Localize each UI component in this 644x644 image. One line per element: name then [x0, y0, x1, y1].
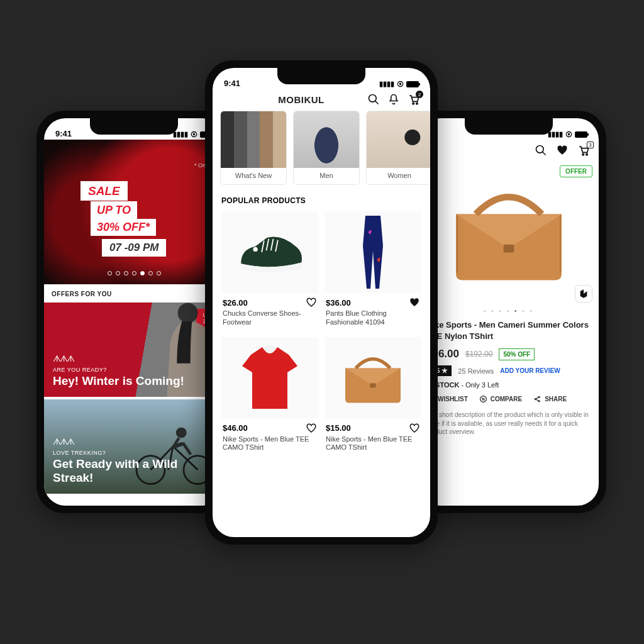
status-icons: ▮▮▮▮ ⦿	[548, 130, 587, 138]
product-price: $15.00	[326, 423, 351, 433]
cart-icon[interactable]: 3	[577, 144, 590, 157]
svg-point-4	[416, 103, 418, 104]
category-label: Women	[367, 168, 430, 184]
product-image	[221, 337, 318, 419]
wishlist-icon[interactable]	[556, 144, 569, 157]
product-body: Nike Sports - Men Cameri Summer Colors T…	[419, 319, 599, 436]
product-grid: $26.00 Chucks Converse Shoes-Footwear	[213, 211, 430, 458]
category-image	[294, 111, 359, 168]
wishlist-icon[interactable]	[409, 297, 420, 308]
search-icon[interactable]	[367, 93, 380, 106]
product-name: Nike Sports - Men Blue TEE CAMO TShirt	[325, 434, 421, 459]
offer-card-winter[interactable]: UP 20% O ᗑᗑᗑ ARE YOU READY? Hey! Winter …	[44, 303, 224, 397]
product-description: The short description of the product whi…	[426, 411, 591, 436]
share-button[interactable]: SHARE	[533, 395, 567, 403]
offers-section-title: OFFERS FOR YOU	[44, 284, 224, 303]
top-bar: ← 3	[419, 140, 599, 162]
product-card[interactable]: $15.00 Nike Sports - Men Blue TEE CAMO T…	[325, 337, 421, 459]
review-count[interactable]: 25 Reviews	[458, 367, 494, 375]
screen-left: 9:41 ▮▮▮▮ ⦿ * Only on SALE UP TO 30% OFF…	[44, 118, 224, 506]
phone-center: 9:41 ▮▮▮▮ ⦿ MOBIKUL 2 Wha	[205, 60, 438, 545]
svg-point-13	[538, 396, 540, 397]
product-price: $26.00	[223, 298, 248, 308]
category-label: What's New	[221, 168, 286, 184]
ar-view-button[interactable]	[575, 285, 592, 303]
phone-left: 9:41 ▮▮▮▮ ⦿ * Only on SALE UP TO 30% OFF…	[36, 111, 231, 513]
hero-upto: UP TO	[91, 201, 137, 219]
screen-center: 9:41 ▮▮▮▮ ⦿ MOBIKUL 2 Wha	[213, 68, 430, 537]
category-row[interactable]: What's New Men Women	[213, 111, 430, 185]
svg-point-11	[480, 396, 486, 402]
offer-badge: OFFER	[560, 165, 592, 177]
status-time: 9:41	[224, 79, 240, 88]
svg-rect-10	[504, 245, 514, 253]
cart-icon[interactable]: 2	[408, 93, 420, 106]
category-whats-new[interactable]: What's New	[220, 111, 287, 185]
hero-banner[interactable]: * Only on SALE UP TO 30% OFF* 07 -09 PM	[44, 140, 224, 284]
cart-badge: 3	[587, 142, 594, 148]
discount-badge: 50% OFF	[499, 348, 535, 360]
category-label: Men	[294, 168, 359, 184]
top-bar: MOBIKUL 2	[213, 89, 430, 111]
svg-point-5	[253, 247, 257, 252]
product-image	[221, 211, 318, 293]
notifications-icon[interactable]	[387, 93, 400, 106]
wifi-icon: ⦿	[191, 131, 197, 138]
category-women[interactable]: Women	[366, 111, 430, 185]
add-review-link[interactable]: ADD YOUR REVIEW	[500, 367, 560, 374]
wishlist-icon[interactable]	[306, 297, 317, 308]
product-actions: WISHLIST COMPARE SHARE	[426, 395, 591, 403]
wifi-icon: ⦿	[397, 80, 404, 88]
battery-icon	[575, 131, 587, 138]
image-pager-dots[interactable]: • • • • • • •	[419, 306, 599, 319]
offer-card-trek[interactable]: ᗑᗑᗑ LOVE TREKKING? Get Ready with a Wild…	[44, 399, 224, 494]
popular-section-title: POPULAR PRODUCTS	[213, 185, 430, 211]
carousel-dots[interactable]	[44, 267, 224, 278]
product-name: Chucks Converse Shoes-Footwear	[221, 308, 318, 333]
compare-label: COMPARE	[491, 396, 522, 402]
svg-point-12	[535, 399, 536, 400]
category-image	[367, 111, 430, 168]
pants-icon	[354, 214, 392, 290]
category-image	[221, 111, 286, 168]
product-name: Nike Sports - Men Blue TEE CAMO TShirt	[221, 434, 318, 459]
hero-sale: SALE	[80, 181, 128, 201]
phone-right: 9:41 ▮▮▮▮ ⦿ ← 3 OFFER	[411, 111, 606, 513]
product-image	[325, 211, 421, 293]
tshirt-icon	[238, 343, 301, 413]
hero-time: 07 -09 PM	[102, 239, 166, 257]
product-name: Pants Blue Clothing Fashionable 41094	[325, 308, 421, 333]
notch	[277, 68, 365, 84]
offer-ornament: ᗑᗑᗑ	[53, 436, 188, 447]
offer-title: Get Ready with a Wild Streak!	[53, 457, 188, 485]
compare-button[interactable]: COMPARE	[479, 395, 522, 403]
product-hero-image[interactable]: OFFER	[419, 162, 599, 306]
bag-illustration	[443, 180, 575, 287]
product-card[interactable]: $26.00 Chucks Converse Shoes-Footwear	[221, 211, 318, 333]
svg-point-8	[582, 153, 584, 155]
screen-right: 9:41 ▮▮▮▮ ⦿ ← 3 OFFER	[419, 118, 599, 506]
signal-icon: ▮▮▮▮	[379, 80, 394, 88]
price-original: $192.00	[465, 350, 492, 358]
product-card[interactable]: $46.00 Nike Sports - Men Blue TEE CAMO T…	[221, 337, 318, 459]
category-men[interactable]: Men	[293, 111, 360, 185]
product-image	[325, 337, 421, 419]
wishlist-icon[interactable]	[409, 423, 420, 434]
offer-subtitle: ARE YOU READY?	[53, 367, 184, 373]
stock-tail: - Only 3 Left	[459, 381, 499, 389]
wifi-icon: ⦿	[565, 131, 572, 138]
notch	[90, 118, 178, 135]
svg-rect-6	[370, 383, 375, 387]
cart-badge: 2	[416, 91, 423, 98]
wishlist-icon[interactable]	[306, 423, 317, 434]
stock-status: IN STOCK - Only 3 Left	[426, 381, 591, 389]
hero-off: 30% OFF*	[91, 219, 156, 236]
search-icon[interactable]	[535, 144, 547, 157]
status-time: 9:41	[55, 129, 72, 138]
offer-title: Hey! Winter is Coming!	[53, 374, 184, 388]
product-price: $46.00	[223, 423, 248, 433]
bag-icon	[338, 350, 408, 406]
brand-title: MOBIKUL	[243, 94, 360, 105]
svg-point-3	[413, 103, 414, 104]
product-card[interactable]: $36.00 Pants Blue Clothing Fashionable 4…	[325, 211, 421, 333]
